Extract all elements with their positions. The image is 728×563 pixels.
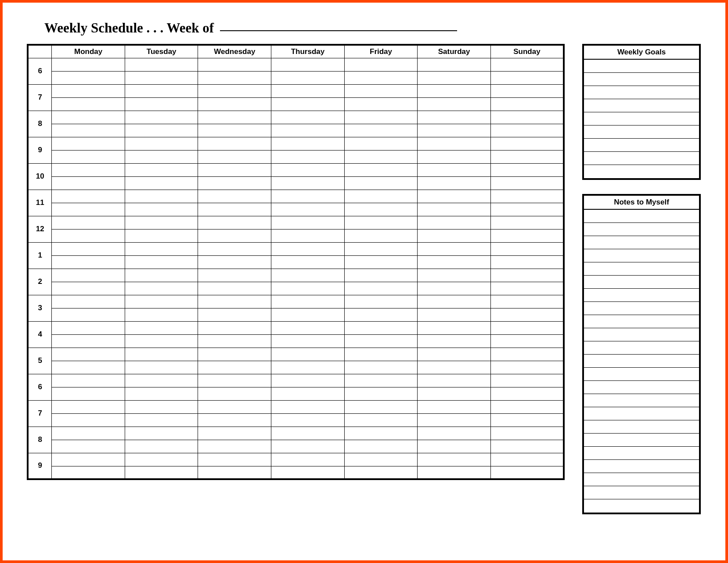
schedule-cell[interactable] <box>490 97 564 111</box>
schedule-cell[interactable] <box>125 413 198 427</box>
schedule-cell[interactable] <box>52 229 125 242</box>
schedule-cell[interactable] <box>490 216 564 229</box>
notes-line[interactable] <box>584 460 699 473</box>
schedule-cell[interactable] <box>418 229 491 242</box>
schedule-cell[interactable] <box>52 97 125 111</box>
goals-line[interactable] <box>584 73 699 86</box>
schedule-cell[interactable] <box>52 111 125 124</box>
schedule-cell[interactable] <box>490 163 564 176</box>
schedule-cell[interactable] <box>418 348 491 361</box>
schedule-cell[interactable] <box>344 321 418 334</box>
notes-line[interactable] <box>584 368 699 381</box>
schedule-cell[interactable] <box>271 308 345 321</box>
goals-line[interactable] <box>584 126 699 139</box>
schedule-cell[interactable] <box>271 440 345 453</box>
schedule-cell[interactable] <box>271 295 345 308</box>
schedule-cell[interactable] <box>271 124 345 137</box>
schedule-cell[interactable] <box>52 413 125 427</box>
schedule-cell[interactable] <box>344 190 418 203</box>
schedule-cell[interactable] <box>271 374 345 387</box>
schedule-cell[interactable] <box>418 269 491 282</box>
schedule-cell[interactable] <box>418 124 491 137</box>
schedule-cell[interactable] <box>52 361 125 374</box>
schedule-cell[interactable] <box>198 282 271 295</box>
schedule-cell[interactable] <box>418 58 491 71</box>
notes-line[interactable] <box>584 289 699 302</box>
schedule-cell[interactable] <box>490 269 564 282</box>
week-of-blank-line[interactable] <box>220 30 457 31</box>
schedule-cell[interactable] <box>271 176 345 190</box>
schedule-cell[interactable] <box>198 427 271 440</box>
schedule-cell[interactable] <box>125 361 198 374</box>
schedule-cell[interactable] <box>198 203 271 216</box>
schedule-cell[interactable] <box>198 413 271 427</box>
schedule-cell[interactable] <box>125 387 198 400</box>
schedule-cell[interactable] <box>271 190 345 203</box>
schedule-cell[interactable] <box>198 334 271 348</box>
schedule-cell[interactable] <box>490 229 564 242</box>
schedule-cell[interactable] <box>52 242 125 255</box>
schedule-cell[interactable] <box>52 387 125 400</box>
schedule-cell[interactable] <box>418 255 491 269</box>
schedule-cell[interactable] <box>125 466 198 479</box>
schedule-cell[interactable] <box>271 387 345 400</box>
schedule-cell[interactable] <box>198 361 271 374</box>
schedule-cell[interactable] <box>344 308 418 321</box>
schedule-cell[interactable] <box>344 440 418 453</box>
schedule-cell[interactable] <box>418 440 491 453</box>
schedule-cell[interactable] <box>271 453 345 466</box>
schedule-cell[interactable] <box>344 334 418 348</box>
schedule-cell[interactable] <box>198 242 271 255</box>
schedule-cell[interactable] <box>490 466 564 479</box>
schedule-cell[interactable] <box>344 58 418 71</box>
schedule-cell[interactable] <box>490 242 564 255</box>
schedule-cell[interactable] <box>198 321 271 334</box>
schedule-cell[interactable] <box>271 466 345 479</box>
notes-line[interactable] <box>584 381 699 394</box>
schedule-cell[interactable] <box>198 453 271 466</box>
schedule-cell[interactable] <box>198 137 271 150</box>
notes-line[interactable] <box>584 394 699 407</box>
schedule-cell[interactable] <box>271 348 345 361</box>
schedule-cell[interactable] <box>125 427 198 440</box>
schedule-cell[interactable] <box>418 308 491 321</box>
schedule-cell[interactable] <box>198 295 271 308</box>
schedule-cell[interactable] <box>490 282 564 295</box>
goals-line[interactable] <box>584 139 699 152</box>
schedule-cell[interactable] <box>198 84 271 97</box>
schedule-cell[interactable] <box>490 440 564 453</box>
schedule-cell[interactable] <box>418 387 491 400</box>
schedule-cell[interactable] <box>418 374 491 387</box>
schedule-cell[interactable] <box>344 348 418 361</box>
schedule-cell[interactable] <box>418 84 491 97</box>
schedule-cell[interactable] <box>344 282 418 295</box>
schedule-cell[interactable] <box>198 58 271 71</box>
schedule-cell[interactable] <box>271 427 345 440</box>
schedule-cell[interactable] <box>198 163 271 176</box>
goals-line[interactable] <box>584 99 699 112</box>
schedule-cell[interactable] <box>344 176 418 190</box>
schedule-cell[interactable] <box>125 150 198 163</box>
schedule-cell[interactable] <box>125 269 198 282</box>
schedule-cell[interactable] <box>490 111 564 124</box>
schedule-cell[interactable] <box>418 97 491 111</box>
schedule-cell[interactable] <box>490 334 564 348</box>
schedule-cell[interactable] <box>344 124 418 137</box>
schedule-cell[interactable] <box>125 453 198 466</box>
schedule-cell[interactable] <box>344 71 418 84</box>
schedule-cell[interactable] <box>198 255 271 269</box>
schedule-cell[interactable] <box>344 163 418 176</box>
schedule-cell[interactable] <box>198 71 271 84</box>
schedule-cell[interactable] <box>125 71 198 84</box>
schedule-cell[interactable] <box>344 84 418 97</box>
schedule-cell[interactable] <box>125 334 198 348</box>
schedule-cell[interactable] <box>344 361 418 374</box>
notes-line[interactable] <box>584 434 699 447</box>
schedule-cell[interactable] <box>418 137 491 150</box>
schedule-cell[interactable] <box>125 176 198 190</box>
schedule-cell[interactable] <box>125 255 198 269</box>
schedule-cell[interactable] <box>52 84 125 97</box>
schedule-cell[interactable] <box>344 137 418 150</box>
schedule-cell[interactable] <box>271 111 345 124</box>
schedule-cell[interactable] <box>198 400 271 413</box>
